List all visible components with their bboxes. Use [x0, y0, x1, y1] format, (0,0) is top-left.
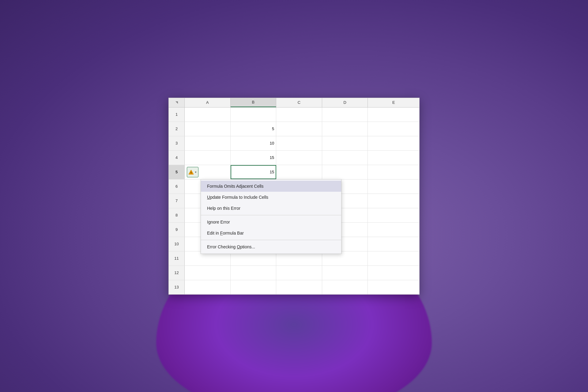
- cell-b12[interactable]: [231, 266, 277, 280]
- cell-e11[interactable]: [368, 251, 419, 266]
- table-row: 4 15: [169, 151, 419, 165]
- cell-d2[interactable]: [322, 122, 368, 136]
- menu-separator-2: [201, 240, 341, 240]
- row-header-8: 8: [169, 208, 185, 222]
- col-header-d[interactable]: D: [322, 98, 368, 107]
- cell-b5[interactable]: 15: [231, 165, 277, 179]
- cell-e10[interactable]: [368, 237, 419, 251]
- cell-e5[interactable]: [368, 165, 419, 179]
- cell-a3[interactable]: [185, 136, 231, 150]
- cell-b2[interactable]: 5: [231, 122, 277, 136]
- cell-d4[interactable]: [322, 151, 368, 165]
- col-header-a[interactable]: A: [185, 98, 231, 107]
- cell-e6[interactable]: [368, 179, 419, 194]
- row-header-7: 7: [169, 194, 185, 208]
- row-header-6: 6: [169, 179, 185, 194]
- cell-e8[interactable]: [368, 208, 419, 222]
- cell-e2[interactable]: [368, 122, 419, 136]
- corner-cell[interactable]: [169, 98, 185, 107]
- warning-icon: !: [188, 169, 194, 175]
- svg-text:!: !: [190, 171, 191, 174]
- cell-c1[interactable]: [276, 107, 322, 122]
- cell-d12[interactable]: [322, 266, 368, 280]
- cell-b3[interactable]: 10: [231, 136, 277, 150]
- cell-c12[interactable]: [276, 266, 322, 280]
- cell-e4[interactable]: [368, 151, 419, 165]
- cell-b1[interactable]: [231, 107, 277, 122]
- row-header-2: 2: [169, 122, 185, 136]
- row-header-3: 3: [169, 136, 185, 150]
- cell-e7[interactable]: [368, 194, 419, 208]
- row-header-4: 4: [169, 151, 185, 165]
- row-header-9: 9: [169, 223, 185, 237]
- cell-d5[interactable]: [322, 165, 368, 179]
- cell-c3[interactable]: [276, 136, 322, 150]
- cell-e13[interactable]: [368, 280, 419, 294]
- row-header-1: 1: [169, 107, 185, 122]
- cell-a1[interactable]: [185, 107, 231, 122]
- error-button[interactable]: ! ▼: [187, 167, 198, 177]
- row-header-11: 11: [169, 251, 185, 266]
- cell-e12[interactable]: [368, 266, 419, 280]
- row-header-13: 13: [169, 280, 185, 294]
- cell-a2[interactable]: [185, 122, 231, 136]
- cell-c5[interactable]: [276, 165, 322, 179]
- corner-arrow-icon: [175, 101, 178, 104]
- table-row: 13: [169, 280, 419, 294]
- column-headers: A B C D E: [169, 98, 419, 107]
- cell-d13[interactable]: [322, 280, 368, 294]
- cell-d3[interactable]: [322, 136, 368, 150]
- cell-a12[interactable]: [185, 266, 231, 280]
- cell-e1[interactable]: [368, 107, 419, 122]
- menu-item-error-checking-options[interactable]: Error Checking Options...: [201, 241, 341, 252]
- table-row: 1: [169, 107, 419, 122]
- error-dropdown-menu: Formula Omits Adjacent Cells Update Form…: [201, 179, 341, 254]
- cell-d1[interactable]: [322, 107, 368, 122]
- col-header-c[interactable]: C: [276, 98, 322, 107]
- table-row: 12: [169, 266, 419, 280]
- menu-item-edit-formula-bar[interactable]: Edit in Formula Bar: [201, 228, 341, 239]
- menu-item-ignore-error[interactable]: Ignore Error: [201, 217, 341, 228]
- cell-a4[interactable]: [185, 151, 231, 165]
- cell-b13[interactable]: [231, 280, 277, 294]
- cell-e9[interactable]: [368, 223, 419, 237]
- cell-c4[interactable]: [276, 151, 322, 165]
- cell-c13[interactable]: [276, 280, 322, 294]
- cell-a13[interactable]: [185, 280, 231, 294]
- cell-c2[interactable]: [276, 122, 322, 136]
- menu-item-update-formula[interactable]: Update Formula to Include Cells: [201, 192, 341, 203]
- error-button-wrapper: ! ▼: [185, 165, 201, 179]
- spreadsheet: A B C D E 1 2 5 3 10 4 15: [168, 98, 420, 295]
- table-row: 3 10: [169, 136, 419, 151]
- col-header-e[interactable]: E: [368, 98, 419, 107]
- col-header-b[interactable]: B: [231, 98, 277, 107]
- row-header-5: 5: [169, 165, 185, 179]
- menu-item-formula-omits[interactable]: Formula Omits Adjacent Cells: [201, 181, 341, 192]
- table-row-active: 5 ! ▼ 15 Formula Omits Adjacent Cells Up…: [169, 165, 419, 179]
- menu-separator-1: [201, 215, 341, 215]
- cell-b4[interactable]: 15: [231, 151, 277, 165]
- row-header-10: 10: [169, 237, 185, 251]
- dropdown-arrow-icon: ▼: [194, 171, 197, 174]
- menu-item-help-error[interactable]: Help on this Error: [201, 203, 341, 214]
- row-header-12: 12: [169, 266, 185, 280]
- table-row: 2 5: [169, 122, 419, 136]
- cell-e3[interactable]: [368, 136, 419, 150]
